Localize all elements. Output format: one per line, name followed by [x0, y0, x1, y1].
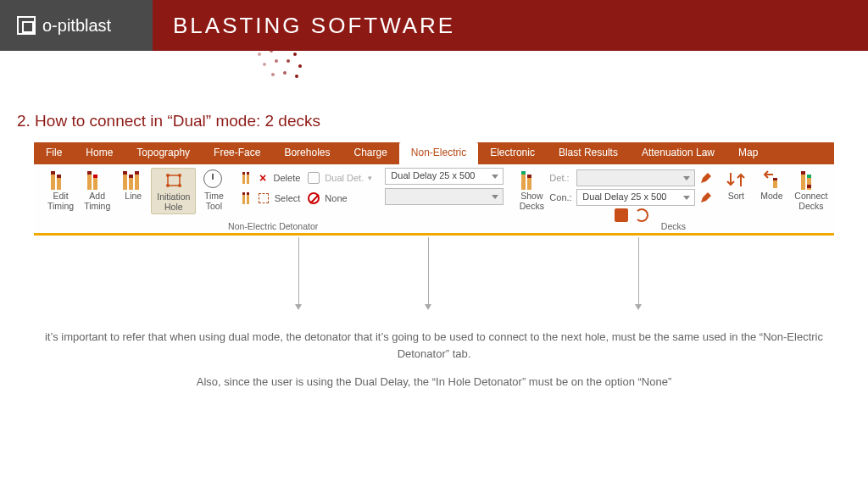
edit-con-button[interactable] — [698, 190, 714, 205]
brand-text: o-pitblast — [42, 16, 111, 36]
det-label: Det.: — [549, 173, 573, 183]
tab-boreholes[interactable]: Boreholes — [272, 142, 342, 164]
line-button[interactable]: Line — [115, 168, 151, 203]
time-tool-button[interactable]: Time Tool — [196, 168, 231, 213]
tab-topography[interactable]: Topography — [125, 142, 202, 164]
add-timing-icon — [87, 169, 108, 190]
section-title: 2. How to connect in “Dual” mode: 2 deck… — [0, 102, 868, 142]
none-button[interactable]: None — [303, 190, 385, 207]
dual-det-toggle[interactable]: Dual Det. ▾ — [303, 169, 385, 186]
sort-button[interactable]: Sort — [718, 168, 754, 203]
deck-con-select[interactable]: Dual Delay 25 x 500 — [576, 189, 695, 206]
connect-decks-button[interactable]: Connect Decks — [789, 168, 832, 213]
inhole-detonator-select[interactable] — [385, 188, 504, 205]
select-marquee-icon — [259, 193, 269, 203]
tab-file[interactable]: File — [34, 142, 74, 164]
detonator-select[interactable]: Dual Delay 25 x 500 — [385, 168, 504, 185]
edit-timing-icon — [51, 169, 71, 190]
edit-timing-button[interactable]: Edit Timing — [42, 168, 79, 213]
ribbon: File Home Topography Free-Face Boreholes… — [34, 142, 834, 236]
tab-strip: File Home Topography Free-Face Boreholes… — [34, 142, 834, 164]
mode-icon — [761, 169, 782, 190]
group-label-decks: Decks — [510, 221, 836, 231]
pointer-arrow-icon — [638, 237, 639, 305]
tab-home[interactable]: Home — [74, 142, 125, 164]
show-decks-button[interactable]: Show Decks — [514, 168, 549, 213]
save-icon[interactable] — [615, 208, 628, 222]
tab-charge[interactable]: Charge — [342, 142, 398, 164]
tab-electronic[interactable]: Electronic — [478, 142, 547, 164]
note-paragraph-2: Also, since the user is using the Dual D… — [34, 374, 834, 391]
brand-logo: o-pitblast — [0, 0, 153, 51]
bars-icon — [242, 192, 249, 204]
tab-blastresults[interactable]: Blast Results — [547, 142, 630, 164]
bars-icon — [242, 172, 249, 184]
dual-det-icon — [308, 172, 320, 184]
con-label: Con.: — [549, 192, 573, 202]
sort-icon — [726, 169, 746, 190]
initiation-hole-icon — [164, 170, 184, 191]
note-paragraph-1: it’s important to refer that when using … — [34, 329, 834, 362]
explanation-block: it’s important to refer that when using … — [34, 236, 834, 391]
logo-cube-icon — [17, 16, 36, 35]
pointer-arrow-icon — [298, 237, 299, 305]
none-prohibit-icon — [308, 192, 320, 204]
header-banner: o-pitblast BLASTING SOFTWARE — [0, 0, 868, 51]
tab-attenuation[interactable]: Attenuation Law — [630, 142, 726, 164]
pointer-arrow-icon — [428, 237, 429, 305]
tab-nonelectric[interactable]: Non-Electric — [399, 142, 478, 164]
mode-button[interactable]: Mode — [754, 168, 789, 203]
clock-icon — [203, 169, 222, 188]
tab-freeface[interactable]: Free-Face — [202, 142, 272, 164]
add-timing-button[interactable]: Add Timing — [79, 168, 115, 213]
ribbon-body: Edit Timing Add Timing Line Initiation H… — [34, 164, 834, 236]
chevron-down-icon: ▾ — [368, 174, 372, 182]
group-label-nonelectric: Non-Electric Detonator — [39, 221, 507, 231]
refresh-icon[interactable] — [635, 208, 648, 222]
delete-button[interactable]: × Delete — [236, 169, 303, 186]
initiation-hole-button[interactable]: Initiation Hole — [151, 168, 196, 214]
delete-x-icon: × — [256, 171, 269, 185]
svg-rect-5 — [773, 178, 777, 180]
deck-det-select[interactable] — [576, 169, 695, 186]
line-icon — [123, 169, 143, 190]
decorative-dots — [0, 51, 868, 102]
select-button[interactable]: Select — [236, 190, 303, 207]
connect-decks-icon — [801, 169, 821, 190]
edit-det-button[interactable] — [698, 170, 714, 186]
show-decks-icon — [521, 169, 542, 190]
tab-map[interactable]: Map — [726, 142, 770, 164]
